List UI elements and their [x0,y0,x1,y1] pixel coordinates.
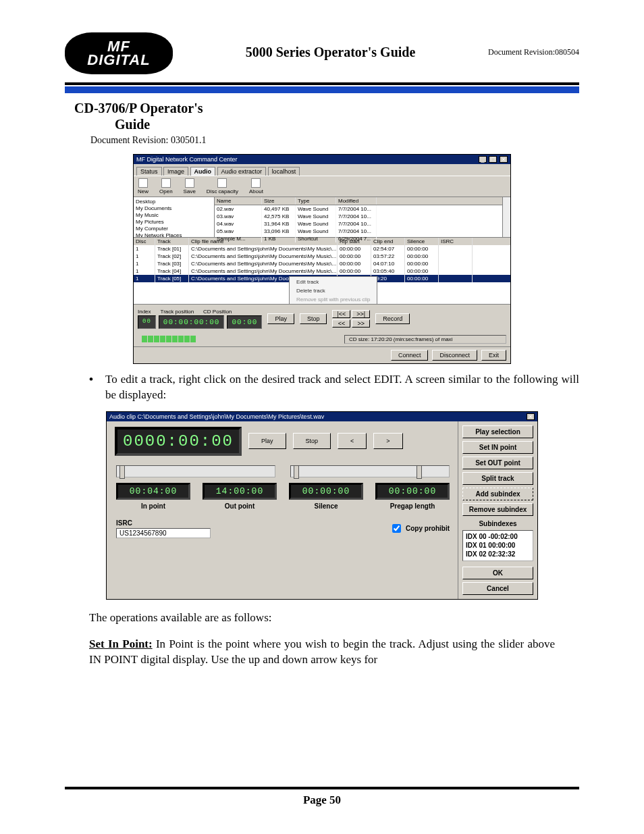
about-icon [251,178,261,188]
range-slider[interactable] [290,465,450,477]
scrollbar[interactable] [502,197,510,237]
label-subindexes: Subindexes [462,519,533,527]
ctx-edit-track[interactable]: Edit track [296,278,370,287]
save-icon [185,178,194,188]
record-button[interactable]: Record [375,313,410,324]
label-index: Index [138,309,151,315]
file-row[interactable]: 03.wav42,575 KBWave Sound7/7/2004 10... [215,213,502,220]
tree-item[interactable]: My Computer [136,226,212,232]
tree-item[interactable]: My Network Places [136,232,212,237]
subindex-item[interactable]: IDX 01 00:00:00 [466,541,530,550]
tab-localhost[interactable]: localhost [268,167,300,176]
transport-bar: Index Track position CD Position 00 00:0… [134,305,510,333]
maximize-icon[interactable]: □ [489,156,497,163]
folder-tree[interactable]: Desktop My Documents My Music My Picture… [134,197,215,237]
page-footer: Page 50 [65,787,579,807]
toolbar-about[interactable]: About [249,178,263,194]
label-trackpos: Track position [161,309,194,315]
track-row[interactable]: 1Track [04]C:\Documents and Settings\joh… [134,267,510,275]
tab-image[interactable]: Image [163,167,188,176]
file-row[interactable]: 04.wav31,964 KBWave Sound7/7/2004 10... [215,220,502,228]
play-button[interactable]: Play [248,433,286,449]
sub-revision: Document Revision: 030501.1 [74,135,579,146]
ctx-delete-track[interactable]: Delete track [296,287,370,296]
sub-title-line1: CD-3706/P Operator's [74,100,579,116]
label-in: In point [116,500,190,510]
disconnect-button[interactable]: Disconnect [432,350,477,361]
connect-button[interactable]: Connect [391,350,429,361]
track-row[interactable]: 1Track [02]C:\Documents and Settings\joh… [134,253,510,260]
tab-status[interactable]: Status [136,167,162,176]
set-in-button[interactable]: Set IN point [462,441,533,454]
cd-position-display: 00:00 [227,315,262,329]
track-row[interactable]: 1Track [01]C:\Documents and Settings\joh… [134,245,510,253]
logo-line2: DIGITAL [87,53,150,67]
ok-button[interactable]: OK [462,567,533,579]
toolbar-open[interactable]: Open [159,178,173,194]
vu-meter [138,333,200,345]
subindex-list[interactable]: IDX 00 -00:02:00 IDX 01 00:00:00 IDX 02 … [462,530,533,561]
tree-item[interactable]: Desktop [136,199,212,205]
label-pregap: Pregap length [375,500,450,510]
file-list: Name Size Type Modified 02.wav40,497 KBW… [215,197,502,237]
subindex-item[interactable]: IDX 00 -00:02:00 [466,532,530,541]
tab-audio[interactable]: Audio [190,167,216,176]
window-title: Audio clip C:\Documents and Settings\joh… [109,413,324,420]
fwd-button[interactable]: >> [352,319,370,328]
file-row[interactable]: 02.wav40,497 KBWave Sound7/7/2004 10... [215,205,502,213]
position-display: 0000:00:00 [115,427,242,456]
copy-prohibit-checkbox[interactable] [392,524,401,533]
tab-audio-extractor[interactable]: Audio extractor [217,167,267,176]
tree-item[interactable]: My Pictures [136,219,212,226]
para-set-in-point: Set In Point: In Point is the point wher… [89,637,555,668]
window-titlebar: MF Digital Network Command Center _ □ × [134,155,510,164]
split-track-button[interactable]: Split track [462,472,533,485]
label-silence: Silence [289,500,363,510]
minimize-icon[interactable]: _ [479,156,487,163]
stop-button[interactable]: Stop [300,313,327,324]
label-cdpos: CD Position [203,309,232,315]
back-button[interactable]: << [332,319,350,328]
toolbar-new[interactable]: New [138,178,149,194]
ffwd-button[interactable]: >>| [352,310,370,318]
close-icon[interactable]: × [500,156,508,163]
window-title: MF Digital Network Command Center [136,156,238,163]
series-title: 5000 Series Operator's Guide [186,32,475,60]
ctx-remove-split-prev: Remove split with previous clip [296,296,370,305]
pregap-display: 00:00:00 [375,483,450,500]
subindex-item[interactable]: IDX 02 02:32:32 [466,550,530,558]
file-row[interactable]: 05.wav33,096 KBWave Sound7/7/2004 10... [215,228,502,235]
add-subindex-button[interactable]: Add subindex [462,488,533,500]
tree-item[interactable]: My Documents [136,205,212,212]
exit-button[interactable]: Exit [481,350,506,361]
tree-item[interactable]: My Music [136,212,212,219]
silence-display: 00:00:00 [289,483,363,500]
mf-digital-logo: MF DIGITAL [65,32,173,74]
play-button[interactable]: Play [267,313,294,324]
in-point-display: 00:04:00 [116,483,190,500]
next-button[interactable]: > [373,433,402,449]
rewind-button[interactable]: |<< [332,310,350,318]
isrc-input[interactable] [116,528,211,538]
track-row[interactable]: 1Track [03]C:\Documents and Settings\joh… [134,260,510,267]
cancel-button[interactable]: Cancel [462,582,533,595]
file-list-header: Name Size Type Modified [215,197,502,205]
set-out-button[interactable]: Set OUT point [462,457,533,469]
tab-bar: Status Image Audio Audio extractor local… [134,164,510,176]
close-icon[interactable]: × [527,413,535,420]
copy-prohibit-label[interactable]: Copy prohibit [390,522,450,535]
play-selection-button[interactable]: Play selection [462,425,533,438]
new-icon [138,178,148,188]
label-isrc: ISRC [116,519,211,527]
track-position-display: 00:00:00:00 [159,315,225,329]
toolbar-disc-capacity[interactable]: Disc capacity [207,178,238,194]
browser-panes: Desktop My Documents My Music My Picture… [134,197,510,238]
stop-button[interactable]: Stop [293,433,331,449]
set-in-point-body: In Point is the point where you wish to … [89,637,555,666]
prev-button[interactable]: < [338,433,367,449]
context-menu: Edit track Delete track Remove split wit… [289,276,377,305]
remove-subindex-button[interactable]: Remove subindex [462,503,533,516]
position-slider[interactable] [116,465,275,477]
toolbar-save[interactable]: Save [184,178,196,194]
bullet-edit-track: • To edit a track, right click on the de… [89,372,579,403]
